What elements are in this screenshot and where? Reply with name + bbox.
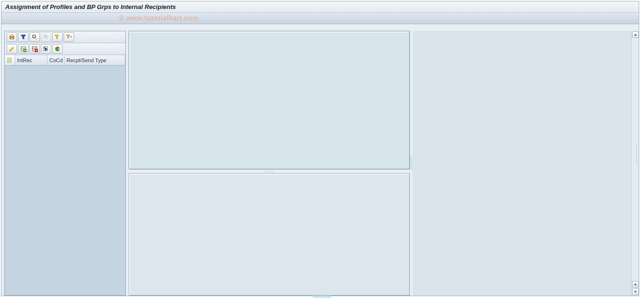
app-window: Assignment of Profiles and BP Grps to In…: [1, 1, 639, 296]
find-button[interactable]: [29, 32, 40, 42]
column-cocd[interactable]: CoCd: [47, 55, 65, 65]
svg-rect-24: [8, 61, 9, 62]
svg-rect-2: [10, 38, 13, 39]
watermark-text: © www.tutorialkart.com: [119, 14, 199, 22]
edit-button[interactable]: [7, 44, 17, 54]
column-intrec[interactable]: IntRec: [15, 55, 47, 65]
title-bar: Assignment of Profiles and BP Grps to In…: [1, 1, 639, 13]
scroll-up2-icon[interactable]: [632, 281, 639, 288]
select-all-column[interactable]: [5, 55, 15, 65]
detail-pane-top: [129, 31, 410, 169]
table-header: IntRec CoCd Recpt/Send Type: [5, 55, 125, 65]
svg-line-4: [35, 37, 37, 39]
right-empty-pane: [413, 31, 639, 296]
splitter-handle-icon[interactable]: [410, 156, 413, 170]
svg-point-5: [44, 35, 47, 37]
svg-rect-21: [8, 58, 10, 59]
svg-point-3: [33, 35, 36, 38]
svg-rect-1: [10, 35, 13, 37]
left-panel: IntRec CoCd Recpt/Send Type: [4, 31, 126, 296]
scroll-nub-icon[interactable]: [636, 145, 639, 164]
delete-row-button[interactable]: [29, 44, 40, 54]
filter-dropdown-button[interactable]: [64, 32, 74, 42]
center-panel: ▪ ▪ ▪ ▪: [129, 31, 410, 296]
vertical-scrollbar[interactable]: [631, 31, 639, 296]
insert-row-button[interactable]: [18, 44, 28, 54]
table-body-empty: [5, 65, 125, 295]
page-title: Assignment of Profiles and BP Grps to In…: [5, 3, 176, 10]
scroll-down-icon[interactable]: [632, 289, 639, 295]
alv-toolbar-row1: [5, 31, 125, 43]
scroll-up-icon[interactable]: [632, 31, 639, 38]
application-toolbar: © www.tutorialkart.com: [1, 13, 639, 24]
select-layout-button[interactable]: [41, 44, 51, 54]
svg-line-6: [46, 37, 47, 38]
filter-funnel-button[interactable]: [18, 32, 28, 42]
svg-rect-22: [8, 60, 10, 60]
alv-toolbar-row2: [5, 43, 125, 55]
detail-pane-bottom: [129, 173, 410, 296]
filter-button[interactable]: [52, 32, 63, 42]
column-recpt-send-type[interactable]: Recpt/Send Type: [65, 55, 125, 65]
svg-rect-23: [8, 60, 10, 61]
horizontal-splitter[interactable]: ▪ ▪ ▪ ▪: [129, 169, 410, 173]
bottom-resize-handle-icon[interactable]: [313, 295, 331, 298]
graphic-button[interactable]: [52, 44, 63, 54]
main-content: IntRec CoCd Recpt/Send Type ▪ ▪ ▪ ▪: [1, 24, 639, 296]
print-button[interactable]: [7, 32, 17, 42]
find-next-button[interactable]: [41, 32, 51, 42]
